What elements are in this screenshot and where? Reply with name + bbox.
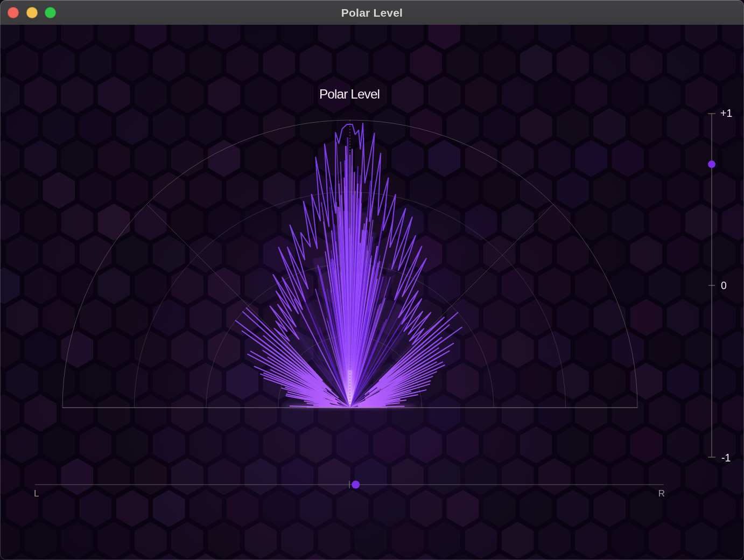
balance-slider-thumb[interactable] — [352, 481, 360, 489]
gain-slider-label: 0 — [721, 279, 727, 291]
window-title: Polar Level — [0, 0, 744, 25]
balance-slider-label-left: L — [34, 488, 39, 499]
gain-slider-label: -1 — [721, 452, 731, 464]
gain-slider-thumb[interactable] — [708, 160, 715, 168]
gain-slider-label: +1 — [720, 107, 732, 119]
titlebar[interactable]: Polar Level — [0, 0, 744, 25]
chart-title: Polar Level — [319, 87, 380, 101]
balance-slider-label-right: R — [658, 488, 665, 499]
app-window: Polar Level Polar Level+10-1LR — [0, 0, 744, 560]
polar-level-chart: Polar Level+10-1LR — [0, 25, 744, 560]
plugin-canvas: Polar Level+10-1LR — [0, 25, 744, 560]
